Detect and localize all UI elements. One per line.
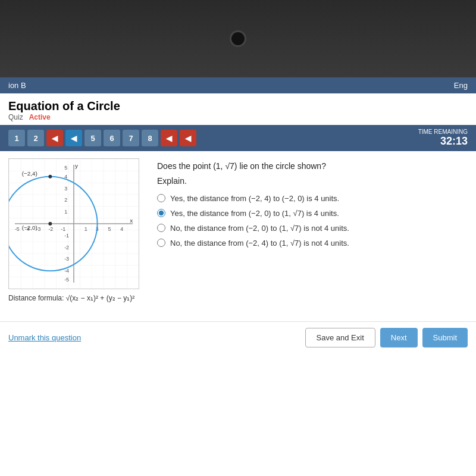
camera-lens [230, 30, 246, 47]
option-4-text: No, the distance from (−2, 4) to (1, √7)… [170, 239, 349, 248]
submit-button[interactable]: Submit [422, 328, 468, 347]
question-btn-5[interactable]: 5 [84, 130, 101, 146]
option-2[interactable]: Yes, the distance from (−2, 0) to (1, √7… [157, 209, 468, 218]
radio-option-2[interactable] [157, 209, 165, 217]
svg-text:1: 1 [84, 226, 87, 232]
time-remaining-display: TIME REMAINING 32:13 [418, 129, 468, 148]
question-btn-7[interactable]: 7 [123, 130, 139, 146]
section-label: ion B [8, 81, 26, 90]
back-arrow-btn[interactable]: ◀ [46, 130, 63, 146]
camera-bar [0, 0, 476, 77]
svg-text:5: 5 [108, 226, 111, 232]
answer-options: Yes, the distance from (−2, 4) to (−2, 0… [157, 194, 468, 248]
graph-container: x y 1 3 5 4 -1 -2 -3 -4 -5 1 2 3 4 [8, 158, 139, 289]
unmark-link[interactable]: Unmark this question [8, 333, 81, 342]
svg-text:-2: -2 [64, 245, 69, 250]
option-1[interactable]: Yes, the distance from (−2, 4) to (−2, 0… [157, 194, 468, 203]
question-text: Does the point (1, √7) lie on the circle… [157, 161, 468, 173]
quiz-label: Quiz [8, 113, 23, 121]
back-arrow-btn-2[interactable]: ◀ [161, 130, 177, 146]
option-2-text: Yes, the distance from (−2, 0) to (1, √7… [170, 209, 339, 218]
svg-text:3: 3 [64, 186, 67, 192]
nav-right: Eng [454, 81, 468, 90]
svg-text:-5: -5 [64, 277, 69, 283]
title-area: Equation of a Circle Quiz Active [0, 93, 476, 125]
bottom-buttons: Save and Exit Next Submit [305, 328, 468, 347]
time-remaining-label: TIME REMAINING [418, 129, 468, 135]
svg-point-27 [48, 222, 52, 226]
page-title: Equation of a Circle [8, 99, 468, 113]
svg-text:-3: -3 [64, 256, 69, 262]
question-btn-2[interactable]: 2 [27, 130, 44, 146]
svg-text:1: 1 [64, 209, 67, 215]
question-area: Does the point (1, √7) lie on the circle… [157, 158, 468, 302]
svg-text:-2: -2 [48, 226, 53, 232]
status-badge: Active [29, 113, 51, 121]
coordinate-graph: x y 1 3 5 4 -1 -2 -3 -4 -5 1 2 3 4 [9, 159, 139, 289]
option-3[interactable]: No, the distance from (−2, 0) to (1, √7)… [157, 224, 468, 233]
time-remaining-value: 32:13 [418, 135, 468, 148]
forward-arrow-btn-1[interactable]: ◀ [65, 130, 82, 146]
svg-text:2: 2 [64, 197, 67, 203]
svg-point-25 [48, 175, 52, 178]
radio-option-1[interactable] [157, 194, 165, 202]
option-1-text: Yes, the distance from (−2, 4) to (−2, 0… [170, 194, 339, 203]
svg-text:(−2,0): (−2,0) [22, 224, 37, 231]
svg-text:x: x [130, 217, 133, 224]
save-exit-button[interactable]: Save and Exit [305, 328, 375, 347]
svg-text:5: 5 [64, 165, 67, 171]
svg-text:y: y [75, 162, 78, 169]
option-4[interactable]: No, the distance from (−2, 4) to (1, √7)… [157, 239, 468, 248]
option-3-text: No, the distance from (−2, 0) to (1, √7)… [170, 224, 349, 233]
distance-formula: Distance formula: √(x₂ − x₁)² + (y₂ − y₁… [8, 294, 145, 302]
question-btn-1[interactable]: 1 [8, 130, 25, 146]
svg-text:-1: -1 [64, 233, 69, 239]
back-arrow-btn-3[interactable]: ◀ [180, 130, 196, 146]
question-btn-6[interactable]: 6 [104, 130, 120, 146]
content-body: x y 1 3 5 4 -1 -2 -3 -4 -5 1 2 3 4 [0, 151, 476, 309]
svg-text:-5: -5 [15, 226, 20, 232]
next-button[interactable]: Next [380, 328, 418, 347]
question-explain: Explain. [157, 176, 468, 186]
bottom-bar: Unmark this question Save and Exit Next … [0, 321, 476, 353]
svg-text:-1: -1 [61, 226, 65, 232]
svg-text:4: 4 [120, 226, 123, 232]
top-nav: ion B Eng [0, 77, 476, 93]
radio-option-4[interactable] [157, 239, 165, 247]
svg-text:(−2,4): (−2,4) [22, 170, 37, 177]
question-btn-8[interactable]: 8 [142, 130, 158, 146]
radio-option-3[interactable] [157, 224, 165, 232]
question-nav-bar: 1 2 ◀ ◀ 5 6 7 8 ◀ ◀ TIME REMAINING 32:13 [0, 125, 476, 151]
graph-area: x y 1 3 5 4 -1 -2 -3 -4 -5 1 2 3 4 [8, 158, 145, 302]
